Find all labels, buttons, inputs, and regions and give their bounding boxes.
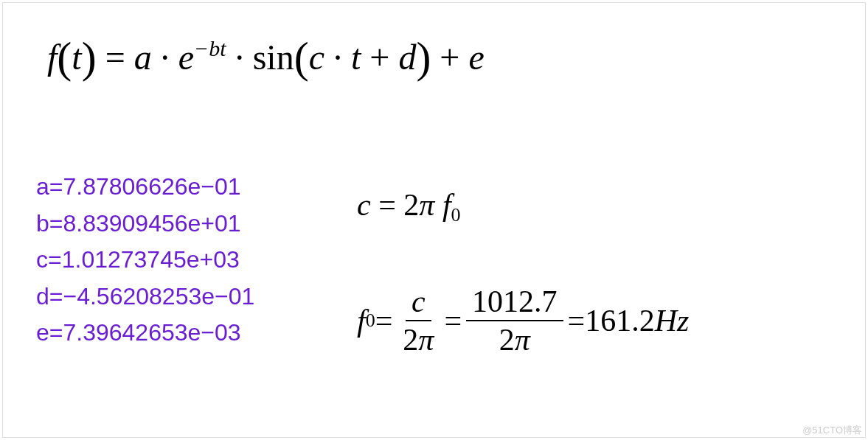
watermark: @51CTO博客 bbox=[802, 424, 862, 437]
eq-d: d bbox=[398, 38, 416, 77]
eq-a: a bbox=[134, 38, 152, 77]
eqc-f: f bbox=[434, 188, 451, 222]
eqf0-sub0: 0 bbox=[366, 310, 375, 332]
eq-lparen2: ( bbox=[294, 33, 309, 82]
eq-dot2: · bbox=[226, 38, 253, 77]
frac1-den-pi: π bbox=[418, 323, 434, 357]
frac1-den-2: 2 bbox=[403, 323, 418, 357]
eqc-c: c bbox=[357, 188, 371, 222]
eqf0-result-num: 161.2 bbox=[585, 303, 655, 338]
eq-dot3: · bbox=[324, 38, 351, 77]
eq-dot1: · bbox=[152, 38, 178, 77]
eq-rparen1: ) bbox=[82, 33, 97, 82]
param-a: a=7.87806626e−01 bbox=[36, 169, 254, 206]
eq-sin: sin bbox=[253, 38, 294, 77]
frac2-den-2: 2 bbox=[499, 323, 515, 357]
eq-c: c bbox=[309, 38, 324, 77]
equation-main: f(t) = a · e−bt · sin(c · t + d) + e bbox=[47, 32, 485, 83]
fraction-2: 1012.7 2π bbox=[466, 283, 563, 359]
frac1-num: c bbox=[412, 284, 426, 318]
eq-t2: t bbox=[351, 38, 361, 77]
eq-plus: + bbox=[361, 38, 398, 77]
eqc-eq: = bbox=[371, 188, 404, 222]
eqc-pi: π bbox=[419, 188, 434, 222]
frac2-num: 1012.7 bbox=[472, 284, 558, 318]
eqf0-result-unit: Hz bbox=[655, 303, 690, 338]
eq-e1: e bbox=[178, 38, 194, 77]
eq-equals: = bbox=[97, 38, 134, 77]
equation-f0: f0 = c 2π = 1012.7 2π = 161.2Hz bbox=[357, 283, 689, 359]
param-d: d=−4.56208253e−01 bbox=[36, 279, 254, 315]
eq-exponent: −bt bbox=[194, 36, 226, 60]
eqc-sub0: 0 bbox=[451, 204, 461, 226]
eq-rparen2: ) bbox=[416, 33, 431, 82]
param-e: e=7.39642653e−03 bbox=[36, 315, 254, 352]
eqf0-eq3: = bbox=[568, 303, 586, 338]
eq-f: f bbox=[47, 38, 57, 77]
content-frame: f(t) = a · e−bt · sin(c · t + d) + e a=7… bbox=[2, 2, 866, 438]
eqc-two: 2 bbox=[403, 188, 419, 222]
fraction-1: c 2π bbox=[397, 283, 440, 359]
eqf0-f: f bbox=[357, 303, 366, 338]
equation-c: c = 2π f0 bbox=[357, 187, 461, 226]
eq-lparen1: ( bbox=[57, 33, 72, 82]
param-c: c=1.01273745e+03 bbox=[36, 242, 254, 279]
parameter-list: a=7.87806626e−01 b=8.83909456e+01 c=1.01… bbox=[36, 169, 254, 352]
param-b: b=8.83909456e+01 bbox=[36, 206, 254, 242]
eq-t: t bbox=[72, 38, 81, 77]
eqf0-eq1: = bbox=[375, 303, 393, 338]
frac2-den-pi: π bbox=[515, 323, 530, 357]
eq-plus2: + bbox=[431, 38, 468, 77]
eqf0-eq2: = bbox=[444, 303, 462, 338]
eq-e2: e bbox=[468, 38, 484, 77]
